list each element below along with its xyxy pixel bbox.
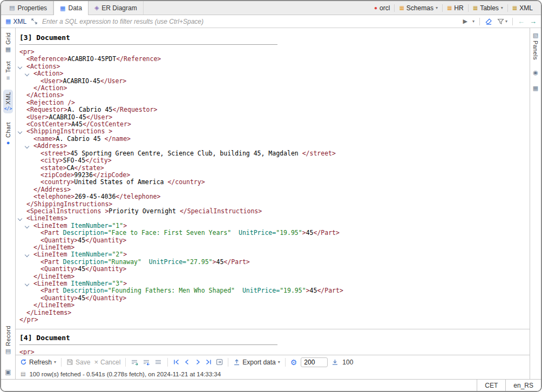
fold-chevron-icon[interactable]: [18, 65, 23, 70]
fold-chevron-icon[interactable]: [25, 144, 30, 149]
xml-token-attr: ItemNumber=: [71, 251, 112, 258]
compare-rows-icon[interactable]: [154, 359, 162, 366]
tab-data-label: Data: [69, 4, 82, 12]
fold-chevron-icon[interactable]: [25, 72, 30, 77]
next-page-icon[interactable]: [194, 359, 201, 366]
view-xml[interactable]: XML </>: [3, 90, 13, 113]
xml-token-tag: <LineItems>: [26, 214, 67, 222]
view-grid[interactable]: Grid ▦: [5, 32, 11, 52]
ai-assistant-icon[interactable]: ◉: [533, 70, 538, 76]
xml-table-icon: ▦: [5, 18, 11, 25]
fold-chevron-icon[interactable]: [25, 253, 30, 258]
forward-arrow-icon[interactable]: →: [530, 17, 537, 25]
refresh-button[interactable]: Refresh ▾: [20, 359, 56, 366]
crumb-table-xml[interactable]: ▦ XML: [510, 4, 536, 12]
crumb-schemas[interactable]: ▦ Schemas ▾: [396, 4, 441, 12]
tab-data[interactable]: ▦ Data: [53, 1, 89, 15]
xml-token-tag: <Action>: [33, 70, 63, 77]
row-limit-icon[interactable]: [331, 359, 338, 366]
datagrip-window: ▤ Properties ▦ Data ◈ ER Diagram ● orcl …: [0, 0, 542, 392]
tab-properties[interactable]: ▤ Properties: [3, 1, 53, 15]
xml-token-tag: </LineItems>: [26, 309, 71, 316]
xml-token-aval: "1": [112, 222, 123, 229]
xml-token-tag: <pr>: [19, 48, 35, 56]
xml-token-tag: <Part: [40, 287, 63, 294]
document-rule: [19, 44, 277, 45]
xml-token-tag: <name>: [33, 135, 56, 143]
crumb-schema-hr[interactable]: ▦ HR: [444, 4, 466, 12]
main-area: Grid ▦ Text ≡ XML </> Chart ● Record ▤ ▣: [1, 28, 541, 379]
page-size-settings-icon[interactable]: ⚙: [290, 359, 297, 366]
goto-row-icon[interactable]: [216, 359, 223, 366]
code-line: <LineItem ItemNumber="3">: [16, 280, 530, 287]
xml-token-aval: "2": [112, 251, 123, 258]
panels-toggle[interactable]: ▧ Panels: [532, 32, 539, 60]
clear-filter-icon[interactable]: [485, 18, 492, 25]
refresh-label: Refresh: [29, 359, 52, 366]
filter-icon[interactable]: ▾: [497, 18, 507, 25]
cancel-icon: ×: [94, 359, 98, 366]
xml-view-chip[interactable]: ▦ XML: [5, 18, 26, 25]
view-text[interactable]: Text ≡: [5, 61, 11, 81]
xml-token-txt: A. Cabrio 45: [56, 135, 105, 143]
previous-page-icon[interactable]: [184, 359, 191, 366]
revert-rows-icon[interactable]: [143, 359, 151, 366]
xml-token-tag: >: [306, 287, 310, 294]
xml-result-viewer[interactable]: [3] Document<pr><Reference>ACABRIO-45PDT…: [16, 28, 530, 355]
code-line: <User>ACABRIO-45</User>: [16, 78, 530, 85]
first-page-icon[interactable]: [173, 359, 180, 366]
fold-chevron-icon[interactable]: [18, 217, 23, 221]
xml-token-tag: </LineItem>: [33, 301, 74, 309]
sql-filter-input[interactable]: [42, 18, 458, 25]
xml-token-tag: </SpecialInstructions>: [180, 207, 262, 215]
xml-token-attr: ItemNumber=: [71, 222, 112, 229]
view-record[interactable]: Record ▤: [5, 326, 11, 354]
export-data-button[interactable]: Export data ▾: [233, 359, 280, 366]
documents-host: [3] Document<pr><Reference>ACABRIO-45PDT…: [16, 33, 530, 355]
save-button[interactable]: Save: [66, 359, 90, 366]
xml-token-attr: UnitPrice=: [149, 258, 186, 266]
crumb-connection-orcl[interactable]: ● orcl: [371, 4, 392, 12]
xml-token-tag: <Part: [40, 258, 63, 266]
xml-token-tag: <Requestor>: [26, 106, 67, 113]
locale-widget[interactable]: en_RS: [505, 380, 541, 391]
last-page-icon[interactable]: [205, 359, 212, 366]
view-chart[interactable]: Chart ●: [5, 122, 11, 146]
divider: [442, 4, 443, 12]
crumb-tables[interactable]: ▦ Tables ▾: [470, 4, 506, 12]
tab-er-diagram[interactable]: ◈ ER Diagram: [89, 1, 144, 15]
crumb-table-xml-label: XML: [519, 4, 533, 12]
back-arrow-icon[interactable]: ←: [518, 17, 525, 25]
code-line: <User>ACABRIO-45</User>: [16, 114, 530, 121]
fold-chevron-icon[interactable]: [25, 282, 30, 287]
tool-window-icon[interactable]: ▣: [5, 368, 11, 376]
xml-token-txt: [235, 287, 242, 294]
divider: [61, 358, 62, 367]
xml-token-txt: ACABRIO-45PDT: [67, 55, 116, 63]
xml-token-txt: 45: [78, 265, 85, 273]
fold-chevron-icon[interactable]: [18, 130, 23, 134]
timezone-widget[interactable]: CET: [477, 380, 505, 391]
view-chart-label: Chart: [5, 122, 11, 138]
database-breadcrumbs: ● orcl ▦ Schemas ▾ ▦ HR ▦ Tables ▾ ▦: [371, 1, 541, 15]
filter-history-icon[interactable]: ▾: [472, 19, 475, 24]
table-icon: ▦: [512, 5, 517, 11]
xml-token-txt: Priority Overnight: [109, 207, 180, 215]
run-filter-icon[interactable]: ▶: [463, 18, 468, 25]
cancel-button[interactable]: × Cancel: [94, 359, 120, 366]
fold-chevron-icon[interactable]: [25, 224, 30, 229]
expand-icon[interactable]: [31, 18, 38, 25]
divider: [479, 18, 480, 25]
page-size-input[interactable]: [301, 357, 328, 367]
submit-rows-icon[interactable]: [131, 359, 139, 366]
xml-token-aval: "27.95": [186, 258, 212, 266]
xml-token-tag: <street>: [40, 150, 70, 157]
data-views-icon[interactable]: ▦: [533, 85, 538, 91]
document-section: [4] Document<pr><Reference>ACABRIO-46PDT…: [16, 329, 530, 355]
code-line: <Reference>ACABRIO-45PDT</Reference>: [16, 56, 530, 63]
code-line: <Part Description="Founding Fathers: Men…: [16, 287, 530, 294]
code-line: <LineItems>: [16, 215, 530, 222]
editor-tab-bar: ▤ Properties ▦ Data ◈ ER Diagram ● orcl …: [1, 1, 541, 15]
status-line: ▤ 100 row(s) fetched - 0.541s (0.278s fe…: [16, 369, 530, 379]
xml-token-aval: "Face to Face: First Seven Years": [108, 229, 231, 236]
